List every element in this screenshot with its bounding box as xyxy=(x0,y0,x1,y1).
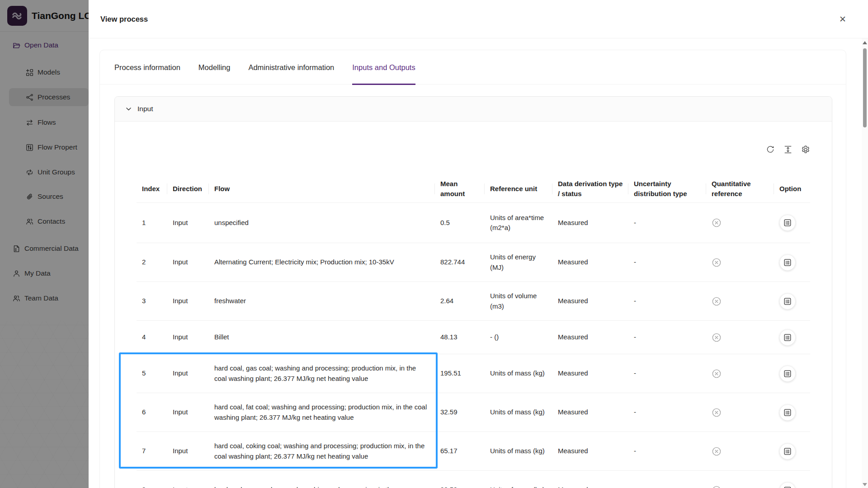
tab-administrative-information[interactable]: Administrative information xyxy=(248,50,334,84)
close-circle-icon xyxy=(712,446,722,456)
scrollbar[interactable] xyxy=(862,38,868,488)
cell-reference-unit: Units of energy (MJ) xyxy=(485,243,552,282)
cell-mean-amount: 822.744 xyxy=(435,243,485,282)
cell-quantitative-reference xyxy=(706,471,774,488)
section-title: Input xyxy=(137,105,153,113)
cell-uncertainty: - xyxy=(628,243,706,282)
table-row: 3 Input freshwater 2.64 Units of volume … xyxy=(137,282,810,321)
cell-mean-amount: 48.13 xyxy=(435,321,485,354)
table-row: 4 Input Billet 48.13 - () Measured - xyxy=(137,321,810,354)
tab-modelling[interactable]: Modelling xyxy=(198,50,231,84)
cell-data-derivation: Measured xyxy=(552,203,628,243)
cell-reference-unit: Units of mass (kg) xyxy=(485,354,552,393)
scrollbar-thumb[interactable] xyxy=(863,48,867,127)
cell-uncertainty: - xyxy=(628,432,706,470)
option-button[interactable] xyxy=(779,366,796,382)
option-button[interactable] xyxy=(779,215,796,231)
triangle-down-icon[interactable] xyxy=(863,483,867,486)
cell-reference-unit: Units of mass (kg) xyxy=(485,432,552,470)
cell-data-derivation: Measured xyxy=(552,471,628,488)
option-button[interactable] xyxy=(779,482,796,488)
cell-data-derivation: Measured xyxy=(552,393,628,432)
cell-index: 3 xyxy=(137,282,167,320)
col-header-data-derivation: Data derivation type / status xyxy=(552,175,628,202)
option-button[interactable] xyxy=(779,443,796,460)
cell-flow: unspecified xyxy=(209,203,435,243)
close-circle-icon xyxy=(712,333,722,343)
table-row: 1 Input unspecified 0.5 Units of area*ti… xyxy=(137,203,810,243)
col-header-direction: Direction xyxy=(167,175,209,202)
reload-icon[interactable] xyxy=(766,145,775,154)
col-header-reference-unit: Reference unit xyxy=(485,175,552,202)
cell-index: 8 xyxy=(137,471,167,488)
cell-data-derivation: Measured xyxy=(552,243,628,282)
option-button[interactable] xyxy=(779,404,796,421)
cell-flow: Alternating Current; Electricity mix; Pr… xyxy=(209,243,435,282)
table-header-row: Index Direction Flow Mean amount Referen… xyxy=(137,175,810,203)
close-circle-icon xyxy=(712,296,722,306)
table-row: 6 Input hard coal, fat coal; washing and… xyxy=(137,393,810,432)
modal-backdrop xyxy=(0,0,89,488)
modal-header-divider xyxy=(89,38,868,38)
cell-option xyxy=(774,354,810,393)
input-collapse-header[interactable]: Input xyxy=(115,97,832,122)
cell-flow: hard coal, coking coal; washing and proc… xyxy=(209,432,435,470)
cell-quantitative-reference xyxy=(706,354,774,393)
cell-direction: Input xyxy=(167,321,209,354)
cell-flow: hard coal, fat coal; washing and process… xyxy=(209,393,435,432)
cell-option xyxy=(774,393,810,432)
column-height-icon[interactable] xyxy=(783,145,793,154)
cell-flow: freshwater xyxy=(209,282,435,320)
cell-option xyxy=(774,243,810,282)
cell-quantitative-reference xyxy=(706,432,774,470)
cell-uncertainty: - xyxy=(628,282,706,320)
cell-mean-amount: 2.64 xyxy=(435,282,485,320)
cell-option xyxy=(774,321,810,354)
cell-direction: Input xyxy=(167,282,209,320)
settings-gear-icon[interactable] xyxy=(801,145,810,154)
col-header-quantitative-reference: Quantitative reference xyxy=(706,175,774,202)
cell-data-derivation: Measured xyxy=(552,432,628,470)
col-header-mean-amount: Mean amount xyxy=(435,175,485,202)
tab-inputs-and-outputs[interactable]: Inputs and Outputs xyxy=(352,50,415,84)
option-button[interactable] xyxy=(779,329,796,346)
close-circle-icon xyxy=(712,258,722,267)
cell-direction: Input xyxy=(167,243,209,282)
col-header-uncertainty: Uncertainty distribution type xyxy=(628,175,706,202)
cell-flow: Billet xyxy=(209,321,435,354)
cell-data-derivation: Measured xyxy=(552,354,628,393)
modal-title: View process xyxy=(100,0,148,38)
cell-option xyxy=(774,203,810,243)
view-process-modal: View process ✕ Process information Model… xyxy=(89,0,868,488)
close-circle-icon xyxy=(712,485,722,488)
option-button[interactable] xyxy=(779,293,796,310)
close-circle-icon xyxy=(712,369,722,379)
close-icon[interactable]: ✕ xyxy=(835,12,850,26)
cell-index: 6 xyxy=(137,393,167,432)
cell-mean-amount: 0.5 xyxy=(435,203,485,243)
cell-mean-amount: 32.59 xyxy=(435,393,485,432)
cell-uncertainty: - xyxy=(628,393,706,432)
cell-index: 1 xyxy=(137,203,167,243)
cell-index: 2 xyxy=(137,243,167,282)
option-button[interactable] xyxy=(779,254,796,271)
inputs-table: Index Direction Flow Mean amount Referen… xyxy=(137,175,810,488)
cell-direction: Input xyxy=(167,432,209,470)
cell-uncertainty: - xyxy=(628,203,706,243)
close-circle-icon xyxy=(712,218,722,228)
cell-reference-unit: Units of mass (kg) xyxy=(485,471,552,488)
table-row: 2 Input Alternating Current; Electricity… xyxy=(137,243,810,282)
chevron-down-icon xyxy=(126,106,132,112)
col-header-flow: Flow xyxy=(209,175,435,202)
cell-index: 5 xyxy=(137,354,167,393)
tab-bar: Process information Modelling Administra… xyxy=(100,50,846,84)
cell-quantitative-reference xyxy=(706,393,774,432)
tab-process-information[interactable]: Process information xyxy=(114,50,180,84)
cell-direction: Input xyxy=(167,203,209,243)
cell-data-derivation: Measured xyxy=(552,321,628,354)
cell-direction: Input xyxy=(167,354,209,393)
cell-mean-amount: 65.17 xyxy=(435,432,485,470)
input-collapse-panel: Input Index Direc xyxy=(114,96,832,488)
triangle-up-icon[interactable] xyxy=(863,41,867,44)
table-toolbar xyxy=(137,144,810,155)
